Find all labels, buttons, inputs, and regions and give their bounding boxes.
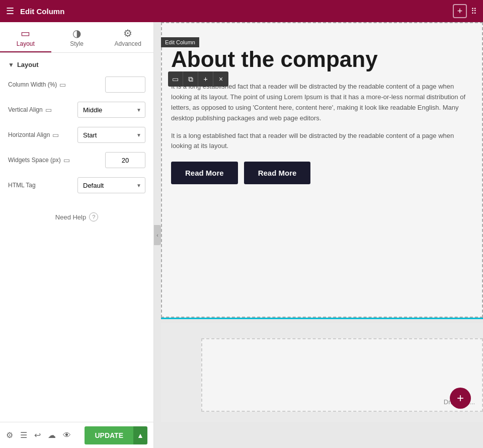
- main-area: ▭ Layout ◑ Style ⚙ Advanced ▼ Layout: [0, 22, 483, 448]
- read-more-button-1[interactable]: Read More: [171, 162, 238, 184]
- update-button[interactable]: UPDATE: [85, 426, 133, 444]
- vertical-align-select[interactable]: Top Middle Bottom: [77, 102, 145, 118]
- widgets-space-input[interactable]: [105, 152, 145, 168]
- canvas-area: ‹ ▭ ⧉ + × Edit Column About the company …: [154, 22, 483, 448]
- section-collapse-icon[interactable]: ▼: [8, 61, 14, 68]
- horizontal-align-select[interactable]: Start Center End: [77, 127, 145, 143]
- settings-icon[interactable]: ⚙: [6, 430, 13, 440]
- bottom-canvas-section: Drag wid... +: [161, 323, 483, 422]
- widgets-space-row: Widgets Space (px) ▭: [8, 152, 145, 168]
- edit-column-add-icon[interactable]: +: [198, 71, 213, 87]
- update-arrow-button[interactable]: ▲: [133, 426, 147, 444]
- widget-placeholder: Drag wid...: [201, 338, 483, 412]
- need-help-label: Need Help: [55, 213, 86, 221]
- column-width-label: Column Width (%) ▭: [8, 81, 105, 89]
- style-tab-label: Style: [70, 40, 84, 47]
- top-drag-icon[interactable]: ⠿: [471, 7, 477, 16]
- undo-icon[interactable]: ↩: [34, 430, 41, 440]
- top-bar: ☰ Edit Column + ⠿: [0, 0, 483, 22]
- edit-column-duplicate-icon[interactable]: ⧉: [183, 71, 198, 87]
- vertical-align-label: Vertical Align ▭: [8, 106, 77, 114]
- about-title: About the company: [171, 47, 473, 71]
- column-width-input[interactable]: [105, 77, 145, 93]
- bottom-toolbar-right: UPDATE ▲: [85, 426, 147, 444]
- vertical-align-row: Vertical Align ▭ Top Middle Bottom ▼: [8, 102, 145, 118]
- advanced-tab-icon: ⚙: [123, 27, 132, 39]
- html-tag-label-text: HTML Tag: [8, 182, 36, 189]
- horizontal-align-control: Start Center End ▼: [77, 127, 145, 143]
- html-tag-control: Default div section article ▼: [77, 177, 145, 193]
- layout-tab-label: Layout: [17, 40, 35, 47]
- column-width-label-text: Column Width (%): [8, 81, 57, 88]
- content-section: ▭ ⧉ + × Edit Column About the company It…: [161, 22, 483, 319]
- style-tab-icon: ◑: [72, 27, 81, 39]
- about-paragraph-1: It is a long established fact that a rea…: [171, 82, 473, 123]
- tabs: ▭ Layout ◑ Style ⚙ Advanced: [0, 22, 153, 53]
- top-bar-title: Edit Column: [20, 7, 64, 16]
- vertical-align-control: Top Middle Bottom ▼: [77, 102, 145, 118]
- html-tag-select[interactable]: Default div section article: [77, 177, 145, 193]
- html-tag-row: HTML Tag Default div section article ▼: [8, 177, 145, 193]
- monitor-icon-halign: ▭: [52, 131, 59, 139]
- bottom-toolbar: ⚙ ☰ ↩ ☁ 👁 UPDATE ▲: [0, 422, 153, 448]
- add-widget-fab[interactable]: +: [450, 388, 471, 409]
- advanced-tab-label: Advanced: [114, 40, 141, 47]
- edit-column-toolbar: ▭ ⧉ + ×: [168, 71, 228, 87]
- layout-section-header: ▼ Layout: [8, 61, 145, 68]
- vertical-align-label-text: Vertical Align: [8, 106, 43, 113]
- eye-icon[interactable]: 👁: [63, 431, 71, 440]
- history-icon[interactable]: ☁: [48, 430, 56, 440]
- need-help[interactable]: Need Help ?: [8, 202, 145, 232]
- top-bar-left: ☰ Edit Column: [6, 6, 64, 17]
- help-icon: ?: [89, 212, 98, 221]
- hamburger-icon[interactable]: ☰: [6, 6, 14, 17]
- buttons-row: Read More Read More: [171, 162, 473, 184]
- section-label: Layout: [17, 61, 39, 68]
- widgets-space-control: [105, 152, 145, 168]
- widgets-space-label-text: Widgets Space (px): [8, 157, 61, 164]
- read-more-button-2[interactable]: Read More: [244, 162, 311, 184]
- tab-layout[interactable]: ▭ Layout: [0, 22, 51, 52]
- about-content: About the company It is a long establish…: [161, 22, 483, 194]
- monitor-icon-widgets: ▭: [63, 156, 70, 164]
- tab-advanced[interactable]: ⚙ Advanced: [102, 22, 153, 52]
- horizontal-align-row: Horizontal Align ▭ Start Center End ▼: [8, 127, 145, 143]
- html-tag-label: HTML Tag: [8, 182, 77, 189]
- edit-column-label: Edit Column: [161, 37, 199, 47]
- panel-content: ▼ Layout Column Width (%) ▭ Vertical Ali…: [0, 53, 153, 422]
- left-panel: ▭ Layout ◑ Style ⚙ Advanced ▼ Layout: [0, 22, 154, 448]
- monitor-icon-valign: ▭: [45, 106, 52, 114]
- collapse-handle[interactable]: ‹: [154, 225, 161, 245]
- about-paragraph-2: It is a long established fact that a rea…: [171, 131, 473, 152]
- edit-column-move-icon[interactable]: ▭: [168, 71, 183, 87]
- layers-icon[interactable]: ☰: [20, 430, 27, 440]
- horizontal-align-label-text: Horizontal Align: [8, 131, 50, 138]
- column-width-control: [105, 77, 145, 93]
- widgets-space-label: Widgets Space (px) ▭: [8, 156, 105, 164]
- column-width-row: Column Width (%) ▭: [8, 77, 145, 93]
- tab-style[interactable]: ◑ Style: [51, 22, 103, 52]
- monitor-icon-width: ▭: [59, 81, 66, 89]
- edit-column-close-icon[interactable]: ×: [213, 71, 228, 87]
- top-bar-right: + ⠿: [453, 4, 477, 18]
- layout-tab-icon: ▭: [21, 27, 30, 39]
- horizontal-align-label: Horizontal Align ▭: [8, 131, 77, 139]
- bottom-toolbar-left: ⚙ ☰ ↩ ☁ 👁: [6, 430, 71, 440]
- top-plus-button[interactable]: +: [453, 4, 467, 18]
